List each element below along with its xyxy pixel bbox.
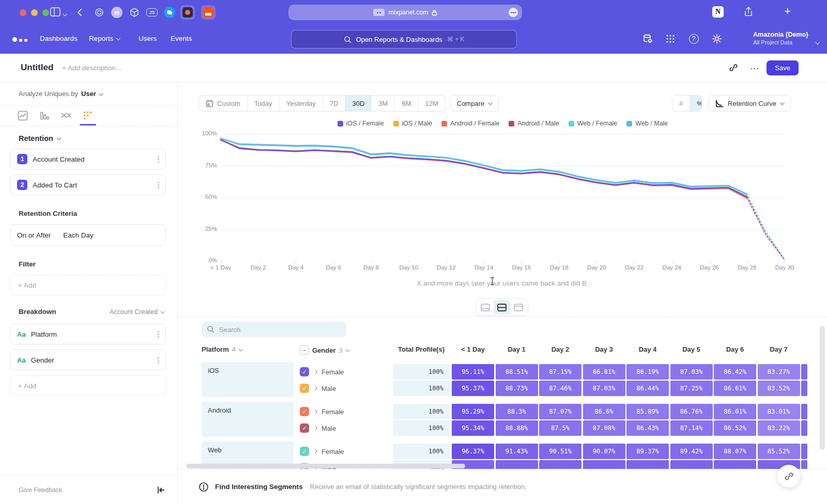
legend-item[interactable]: Android / Male	[509, 120, 559, 127]
legend-item[interactable]: Web / Male	[626, 120, 668, 127]
tab-flows[interactable]	[60, 109, 72, 122]
range-today[interactable]: Today	[247, 96, 279, 111]
criteria-on-or-after[interactable]: On or After	[17, 231, 51, 239]
retention-value-cell[interactable]: 87.5%	[539, 420, 581, 436]
legend-item[interactable]: Android / Female	[441, 120, 499, 127]
series-line-ios---female[interactable]	[221, 140, 747, 197]
column-header-day[interactable]: Day 7	[758, 345, 800, 353]
retention-value-cell[interactable]: 95.11%	[452, 364, 494, 380]
retention-value-cell[interactable]: 85.89%	[626, 404, 669, 419]
share-icon[interactable]	[743, 6, 754, 18]
gender-row-male[interactable]: ✓Male	[300, 420, 336, 436]
retention-value-cell[interactable]: 83.52%	[758, 381, 800, 396]
chevron-down-icon[interactable]	[63, 10, 66, 18]
retention-value-cell[interactable]: 86.81%	[583, 364, 625, 380]
series-checkbox[interactable]: ✓	[300, 384, 309, 393]
global-search-button[interactable]: Open Reports & Dashboards ⌘ + K	[291, 30, 517, 49]
range-30d[interactable]: 30D	[345, 96, 371, 111]
retention-value-cell[interactable]: 86.52%	[714, 420, 756, 436]
select-all-checkbox[interactable]: –	[300, 345, 309, 355]
retention-value-cell[interactable]: 87.03%	[583, 381, 625, 396]
tab-retention[interactable]	[82, 109, 94, 122]
range-3m[interactable]: 3M	[371, 96, 394, 111]
legend-item[interactable]: Web / Female	[569, 120, 618, 127]
save-button[interactable]: Save	[767, 60, 799, 75]
filter-add-button[interactable]: + Add	[10, 275, 166, 295]
series-line-android---female[interactable]	[221, 140, 747, 198]
range-6m[interactable]: 6M	[394, 96, 418, 111]
back-icon[interactable]	[76, 8, 83, 17]
retention-value-cell[interactable]: 86.19%	[626, 364, 669, 380]
breakdown-platform[interactable]: Aa Platform	[10, 324, 166, 344]
column-header-day[interactable]: Day 6	[714, 345, 756, 353]
column-header-platform[interactable]: Platform4	[202, 345, 242, 353]
kebab-menu-icon[interactable]	[158, 359, 159, 361]
range-custom[interactable]: Custom	[199, 96, 247, 111]
retention-value-cell[interactable]: 87.25%	[670, 381, 713, 396]
analyze-uniques-value[interactable]: User	[81, 90, 96, 98]
retention-value-cell[interactable]: 89.37%	[626, 444, 669, 459]
retention-value-cell[interactable]: 83.27%	[758, 364, 800, 380]
column-header-day[interactable]: Day 5	[670, 345, 713, 353]
nav-link-dashboards[interactable]: Dashboards	[40, 35, 78, 42]
notion-extension-icon[interactable]: N	[712, 6, 724, 18]
report-description-placeholder[interactable]: + Add description...	[62, 64, 121, 72]
compare-button[interactable]: Compare	[450, 95, 499, 112]
retention-value-cell[interactable]: 86.61%	[714, 381, 756, 396]
range-7d[interactable]: 7D	[323, 96, 345, 111]
column-header-day[interactable]: Day 3	[583, 345, 625, 353]
retention-value-cell[interactable]: 86.44%	[626, 381, 669, 396]
address-bar[interactable]: mixpanel.com •••	[288, 5, 522, 20]
kebab-menu-icon[interactable]	[158, 184, 159, 186]
layout-split-icon[interactable]	[494, 300, 510, 314]
retention-value-cell[interactable]: 95.37%	[452, 381, 494, 396]
retention-value-cell[interactable]: 95.29%	[452, 404, 494, 419]
series-checkbox[interactable]: ✓	[300, 447, 309, 456]
retention-value-cell[interactable]: 95.34%	[452, 420, 494, 436]
series-checkbox[interactable]: ✓	[300, 423, 309, 433]
vertical-scrollbar[interactable]	[820, 326, 825, 450]
column-header-gender[interactable]: – Gender3	[300, 345, 349, 355]
app-icon-bird[interactable]	[162, 5, 177, 20]
table-search-input[interactable]	[202, 322, 346, 337]
gender-row-female[interactable]: ✓Female	[300, 444, 344, 459]
retention-value-cell[interactable]: 86.01%	[714, 404, 756, 419]
legend-item[interactable]: iOS / Female	[338, 120, 384, 127]
zoom-window-button[interactable]	[42, 9, 49, 16]
breakdown-add-button[interactable]: + Add	[10, 375, 166, 396]
layout-table-only-icon[interactable]	[510, 300, 527, 314]
expand-chevron-icon[interactable]	[313, 386, 317, 390]
retention-value-cell[interactable]: 96.37%	[452, 444, 494, 459]
kebab-menu-icon[interactable]	[158, 159, 159, 160]
retention-value-cell[interactable]: 88.51%	[496, 364, 538, 380]
retention-value-cell[interactable]: 87.46%	[539, 381, 581, 396]
criteria-each-day[interactable]: Each Day	[63, 231, 94, 239]
breakdown-gender[interactable]: Aa Gender	[10, 350, 166, 370]
kebab-menu-icon[interactable]	[158, 334, 159, 335]
project-switcher[interactable]: Amazonia {Demo} All Project Data	[753, 31, 808, 45]
settings-gear-icon[interactable]	[711, 33, 723, 44]
unit-number-toggle[interactable]: #	[672, 96, 690, 111]
gender-row-female[interactable]: ✓Female	[300, 364, 344, 380]
nav-link-users[interactable]: Users	[139, 35, 157, 42]
retention-value-cell[interactable]: 87.07%	[539, 404, 581, 419]
nav-link-reports[interactable]: Reports	[89, 35, 119, 42]
floating-share-button[interactable]	[777, 465, 800, 487]
retention-value-cell[interactable]: 90.51%	[539, 444, 581, 459]
close-window-button[interactable]	[20, 9, 26, 16]
horizontal-scrollbar[interactable]	[186, 464, 465, 468]
range-12m[interactable]: 12M	[418, 96, 445, 111]
column-header-total-profiles[interactable]: Total Profile(s)	[393, 345, 450, 353]
legend-item[interactable]: iOS / Male	[393, 120, 432, 127]
retention-value-cell[interactable]: 88.73%	[496, 381, 538, 396]
gender-row-female[interactable]: ✓Female	[300, 404, 344, 419]
series-line-web---female[interactable]	[221, 138, 747, 195]
platform-cell[interactable]: iOS	[202, 362, 294, 397]
retention-value-cell[interactable]: 86.43%	[626, 420, 669, 436]
retention-value-cell[interactable]: 83.01%	[758, 404, 800, 419]
report-title[interactable]: Untitled	[21, 62, 53, 73]
more-options-icon[interactable]: …	[750, 61, 760, 72]
collapse-sidebar-icon[interactable]	[157, 486, 165, 494]
help-icon[interactable]: ?	[688, 33, 699, 44]
app-icon-m[interactable]: m	[110, 5, 124, 20]
